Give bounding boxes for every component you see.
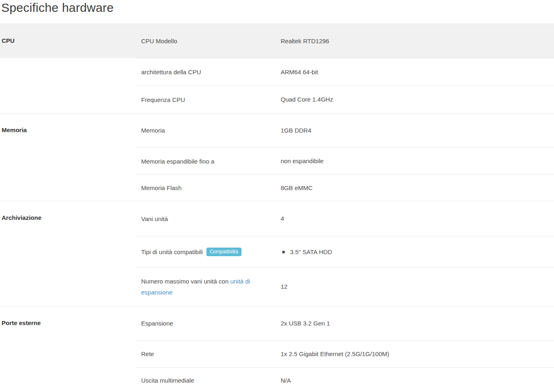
spec-value: 3.5" SATA HDD [281,244,554,261]
section-rows: CPU Modello Realtek RTD1296 architettura… [135,24,554,113]
section-rows: Memoria 1GB DDR4 Memoria espandibile fin… [135,113,554,201]
spec-row-drive-bays: Vani unità 4 [135,201,554,236]
section-rows: Espansione 2x USB 3.2 Gen 1 Rete 1x 2.5 … [135,306,554,392]
spec-row-flash-memory: Memoria Flash 8GB eMMC [135,175,554,201]
spec-row-memory-expandable: Memoria espandibile fino a non espandibi… [135,147,554,175]
spec-row-cpu-frequency: Frequenza CPU Quad Core 1.4GHz [135,86,554,113]
spec-value: N/A [281,372,554,389]
spec-label: Numero massimo vani unità con unità di e… [135,272,281,302]
spec-value: Realtek RTD1296 [281,33,554,50]
spec-row-multimedia-output: Uscita multimediale N/A [135,367,554,392]
spec-value: 12 [281,278,554,295]
spec-value: non espandibile [281,153,554,170]
category-label-memory: Memoria [0,113,135,201]
category-label-storage: Archiviazione [0,201,135,306]
spec-label-text: Tipi di unità compatibili [141,248,203,255]
spec-label: CPU Modello [135,31,281,51]
spec-label: Vani unità [135,209,281,228]
compatibility-badge[interactable]: Compatibilità [206,248,241,256]
spec-label: Frequenza CPU [135,90,281,109]
page-title: Specifiche hardware [0,0,554,15]
spec-label: architettura della CPU [135,62,281,82]
spec-row-cpu-architecture: architettura della CPU ARM64 64-bit [135,58,554,86]
section-external-ports: Porte esterne Espansione 2x USB 3.2 Gen … [0,306,554,392]
spec-row-cpu-model: CPU Modello Realtek RTD1296 [135,24,554,58]
spec-value: 2x USB 3.2 Gen 1 [281,315,554,332]
spec-label: Rete [135,344,281,363]
spec-label: Memoria [135,121,281,140]
category-label-external-ports: Porte esterne [0,306,135,392]
spec-label-text: Numero massimo vani unità con [141,278,230,285]
spec-row-max-drive-bays-expansion: Numero massimo vani unità con unità di e… [135,267,554,306]
category-label-cpu: CPU [0,24,135,113]
spec-row-expansion: Espansione 2x USB 3.2 Gen 1 [135,306,554,340]
bullet-item-text: 3.5" SATA HDD [290,248,332,257]
spec-label: Uscita multimediale [135,371,281,390]
spec-row-network: Rete 1x 2.5 Gigabit Ethernet (2.5G/1G/10… [135,340,554,367]
spec-label: Memoria Flash [135,178,281,197]
spec-value: 1x 2.5 Gigabit Ethernet (2.5G/1G/100M) [281,345,554,363]
spec-value: ARM64 64-bit [281,64,554,81]
section-rows: Vani unità 4 Tipi di unità compatibiliCo… [135,201,554,306]
hardware-spec-table: CPU CPU Modello Realtek RTD1296 architet… [0,24,554,392]
value-bullet-list: 3.5" SATA HDD [281,248,550,257]
spec-label: Memoria espandibile fino a [135,152,281,171]
page: Specifiche hardware CPU CPU Modello Real… [0,0,554,392]
spec-value: 8GB eMMC [281,179,554,197]
spec-row-memory: Memoria 1GB DDR4 [135,113,554,147]
spec-label: Tipi di unità compatibiliCompatibilità [135,242,281,261]
list-item: 3.5" SATA HDD [281,248,550,257]
spec-value: Quad Core 1.4GHz [281,91,554,108]
spec-row-compatible-drive-types: Tipi di unità compatibiliCompatibilità 3… [135,236,554,267]
section-storage: Archiviazione Vani unità 4 Tipi di unità… [0,201,554,306]
spec-value: 4 [281,210,554,227]
section-memory: Memoria Memoria 1GB DDR4 Memoria espandi… [0,113,554,201]
spec-value: 1GB DDR4 [281,122,554,139]
square-bullet-icon [282,251,285,253]
section-cpu: CPU CPU Modello Realtek RTD1296 architet… [0,24,554,113]
spec-label: Espansione [135,314,281,333]
